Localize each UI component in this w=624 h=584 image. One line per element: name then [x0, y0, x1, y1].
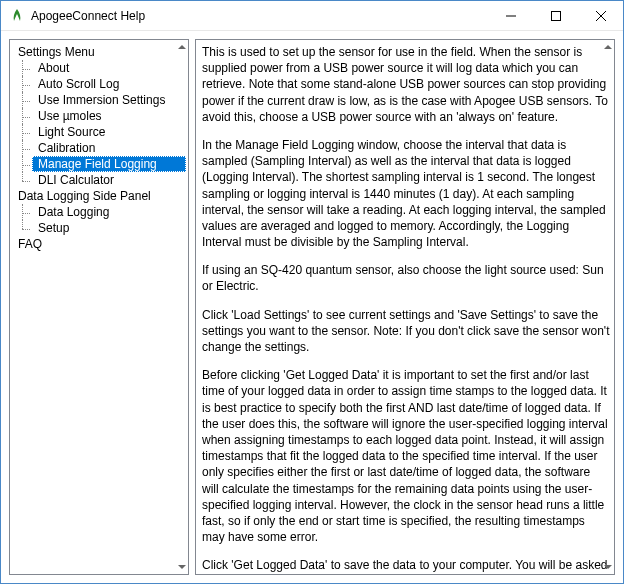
content-paragraph: Click 'Load Settings' to see current set… [202, 307, 610, 356]
nav-tree: Settings Menu About Auto Scroll Log Use … [12, 44, 186, 252]
nav-item-manage-field-logging[interactable]: Manage Field Logging [12, 156, 186, 172]
app-icon [9, 8, 25, 24]
nav-item-data-logging[interactable]: Data Logging [12, 204, 186, 220]
nav-item-auto-scroll-log[interactable]: Auto Scroll Log [12, 76, 186, 92]
help-window: ApogeeConnect Help Settings Menu About A… [0, 0, 624, 584]
content-area: Settings Menu About Auto Scroll Log Use … [1, 31, 623, 583]
help-content: This is used to set up the sensor for us… [202, 44, 610, 575]
nav-item-dli-calculator[interactable]: DLI Calculator [12, 172, 186, 188]
window-title: ApogeeConnect Help [31, 9, 488, 23]
nav-group-label: Settings Menu [12, 44, 186, 60]
nav-item-use-umoles[interactable]: Use µmoles [12, 108, 186, 124]
window-controls [488, 1, 623, 30]
close-button[interactable] [578, 1, 623, 31]
content-panel: This is used to set up the sensor for us… [195, 39, 615, 575]
nav-item-light-source[interactable]: Light Source [12, 124, 186, 140]
nav-item-about[interactable]: About [12, 60, 186, 76]
nav-item-faq[interactable]: FAQ [12, 236, 186, 252]
content-paragraph: This is used to set up the sensor for us… [202, 44, 610, 125]
content-paragraph: Before clicking 'Get Logged Data' it is … [202, 367, 610, 545]
nav-item-calibration[interactable]: Calibration [12, 140, 186, 156]
minimize-button[interactable] [488, 1, 533, 31]
content-paragraph: In the Manage Field Logging window, choo… [202, 137, 610, 250]
content-paragraph: Click 'Get Logged Data' to save the data… [202, 557, 610, 575]
nav-group-data-logging-side-panel[interactable]: Data Logging Side Panel Data Logging Set… [12, 188, 186, 236]
content-paragraph: If using an SQ-420 quantum sensor, also … [202, 262, 610, 294]
titlebar: ApogeeConnect Help [1, 1, 623, 31]
nav-item-setup[interactable]: Setup [12, 220, 186, 236]
maximize-button[interactable] [533, 1, 578, 31]
nav-group-settings-menu[interactable]: Settings Menu About Auto Scroll Log Use … [12, 44, 186, 188]
nav-item-use-immersion-settings[interactable]: Use Immersion Settings [12, 92, 186, 108]
nav-group-label: Data Logging Side Panel [12, 188, 186, 204]
svg-rect-1 [551, 12, 560, 21]
navigation-panel: Settings Menu About Auto Scroll Log Use … [9, 39, 189, 575]
scroll-down-icon [178, 565, 186, 569]
nav-group-label: FAQ [12, 236, 186, 252]
